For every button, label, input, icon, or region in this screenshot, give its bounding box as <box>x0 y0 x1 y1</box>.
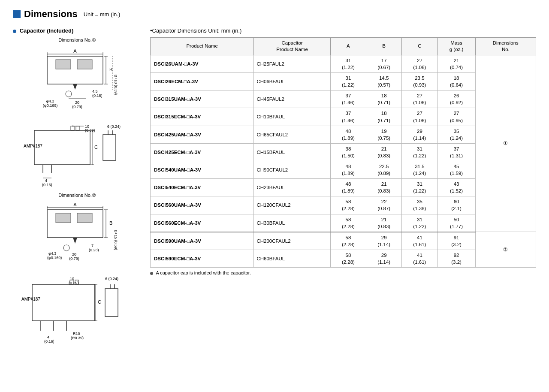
cell-product-name: DSCI540ECM-□A-3V <box>151 179 254 196</box>
header-unit: Unit = mm (in.) <box>84 11 121 18</box>
svg-text:φ4.3: φ4.3 <box>48 251 56 256</box>
table-section-title: •Capacitor Dimensions Unit: mm (in.) <box>150 27 536 34</box>
cell-c: 31.5(1.24) <box>402 161 437 179</box>
svg-text:4: 4 <box>47 335 49 339</box>
cell-cap-product: CH200CFAUL2 <box>254 232 330 250</box>
svg-point-14 <box>66 91 72 97</box>
cell-cap-product: CH90CFAUL2 <box>254 161 330 179</box>
cell-cap-product: CH60BFAUL <box>254 250 330 267</box>
cell-b: 21(0.83) <box>366 214 402 232</box>
right-panel: •Capacitor Dimensions Unit: mm (in.) Pro… <box>150 27 536 275</box>
cell-cap-product: CH45FAUL2 <box>254 90 330 108</box>
dim1-svg: A B B+10 (0.39) φ4.3 <box>24 45 131 118</box>
cell-c: 31(1.22) <box>402 143 437 161</box>
svg-text:A: A <box>73 202 77 207</box>
main-layout: Capacitor (Included) Dimensions No.① A <box>13 27 536 348</box>
page-header: Dimensions Unit = mm (in.) <box>13 9 536 20</box>
cell-dim-no: ② <box>475 232 536 268</box>
svg-marker-50 <box>73 238 77 244</box>
svg-text:B+10 (0.39): B+10 (0.39) <box>114 75 118 95</box>
cell-product-name: DSCI425ECM-□A-3V <box>151 143 254 161</box>
svg-rect-49 <box>77 213 92 223</box>
dim4-svg: AMP#187 10 (0.39) 6 (0.24) <box>19 275 135 348</box>
col-header-a: A <box>330 38 366 55</box>
table-row: DSCI26UAM-□A-3VCH25FAUL231(1.22)17(0.67)… <box>151 55 536 72</box>
dim3-svg: A B B+15 (0.59) φ4.3 (φ0.169) <box>24 200 131 275</box>
svg-text:(φ0.169): (φ0.169) <box>43 103 57 108</box>
svg-text:(0.16): (0.16) <box>44 339 54 344</box>
cell-dim-no: ① <box>475 55 536 232</box>
dimensions-table: Product Name CapacitorProduct Name A B C… <box>150 37 536 268</box>
diagram-3-container: Dimensions No.② A B B+15 <box>17 193 137 275</box>
col-header-cap: CapacitorProduct Name <box>254 38 330 55</box>
svg-text:(0.18): (0.18) <box>92 93 103 98</box>
diagram-4-container: AMP#187 10 (0.39) 6 (0.24) <box>17 275 137 348</box>
cell-product-name: DSCI315ECM-□A-3V <box>151 108 254 126</box>
cell-b: 21(0.83) <box>366 143 402 161</box>
diagram-1-container: Dimensions No.① A B <box>17 37 137 118</box>
cell-b: 21(0.83) <box>366 179 402 196</box>
cell-cap-product: CH06BFAUL <box>254 73 330 90</box>
cell-c: 23.5(0.93) <box>402 73 437 90</box>
cell-cap-product: CH10BFAUL <box>254 108 330 126</box>
cell-product-name: DSCI425UAM-□A-3V <box>151 126 254 143</box>
svg-text:AMP#187: AMP#187 <box>21 297 40 302</box>
svg-text:C: C <box>98 299 101 305</box>
svg-rect-32 <box>76 126 79 130</box>
col-header-product: Product Name <box>151 38 254 55</box>
svg-text:6 (0.24): 6 (0.24) <box>107 124 121 129</box>
cell-cap-product: CH65CFAUL2 <box>254 126 330 143</box>
svg-text:B+15 (0.59): B+15 (0.59) <box>114 230 118 250</box>
svg-text:7: 7 <box>91 244 94 248</box>
cell-product-name: DSCI26UAM-□A-3V <box>151 55 254 72</box>
svg-text:B: B <box>109 67 112 72</box>
svg-text:(0.16): (0.16) <box>42 183 52 187</box>
cell-c: 31(1.22) <box>402 214 437 232</box>
cell-b: 18(0.71) <box>366 90 402 108</box>
svg-text:B: B <box>109 220 112 226</box>
cell-mass: 18(0.64) <box>437 73 475 90</box>
svg-rect-33 <box>103 135 116 160</box>
cell-mass: 21(0.74) <box>437 55 475 72</box>
svg-text:AMP#187: AMP#187 <box>24 144 42 148</box>
svg-text:(R0.39): (R0.39) <box>71 336 84 340</box>
svg-text:A: A <box>73 48 77 54</box>
footnote: A capacitor cap is included with the cap… <box>150 270 536 275</box>
cell-b: 18(0.71) <box>366 108 402 126</box>
cell-a: 48(1.89) <box>330 126 366 143</box>
cell-b: 17(0.67) <box>366 55 402 72</box>
cell-b: 22.5(0.89) <box>366 161 402 179</box>
svg-rect-6 <box>77 60 92 69</box>
svg-text:R10: R10 <box>73 332 80 336</box>
cell-mass: 37(1.31) <box>437 143 475 161</box>
cell-product-name: DSCI26ECM-□A-3V <box>151 73 254 90</box>
cell-c: 41(1.61) <box>402 250 437 267</box>
footnote-dot <box>150 272 153 275</box>
cell-a: 37(1.46) <box>330 90 366 108</box>
bullet-icon <box>13 30 16 33</box>
svg-text:20: 20 <box>75 100 79 105</box>
cell-product-name: DSCI540UAM-□A-3V <box>151 161 254 179</box>
svg-text:C: C <box>94 145 98 150</box>
svg-text:(0.28): (0.28) <box>89 248 99 252</box>
svg-text:φ4.3: φ4.3 <box>46 99 54 103</box>
header-blue-box <box>13 10 21 18</box>
cell-a: 31(1.22) <box>330 55 366 72</box>
cell-a: 58(2.28) <box>330 232 366 250</box>
cell-b: 29(1.14) <box>366 250 402 267</box>
cell-product-name: DSCI590ECM-□A-3V <box>151 250 254 267</box>
svg-text:6 (0.24): 6 (0.24) <box>105 277 118 281</box>
cell-c: 27(1.06) <box>402 108 437 126</box>
cell-c: 31(1.22) <box>402 179 437 196</box>
cell-cap-product: CH30BFAUL <box>254 214 330 232</box>
col-header-b: B <box>366 38 402 55</box>
svg-text:(0.79): (0.79) <box>69 256 79 261</box>
cell-cap-product: CH25FAUL2 <box>254 55 330 72</box>
cell-product-name: DSCI560ECM-□A-3V <box>151 214 254 232</box>
cell-c: 41(1.61) <box>402 232 437 250</box>
cell-c: 27(1.06) <box>402 90 437 108</box>
svg-text:4: 4 <box>45 178 47 183</box>
cell-b: 29(1.14) <box>366 232 402 250</box>
cell-mass: 27(0.95) <box>437 108 475 126</box>
svg-rect-67 <box>32 284 94 321</box>
